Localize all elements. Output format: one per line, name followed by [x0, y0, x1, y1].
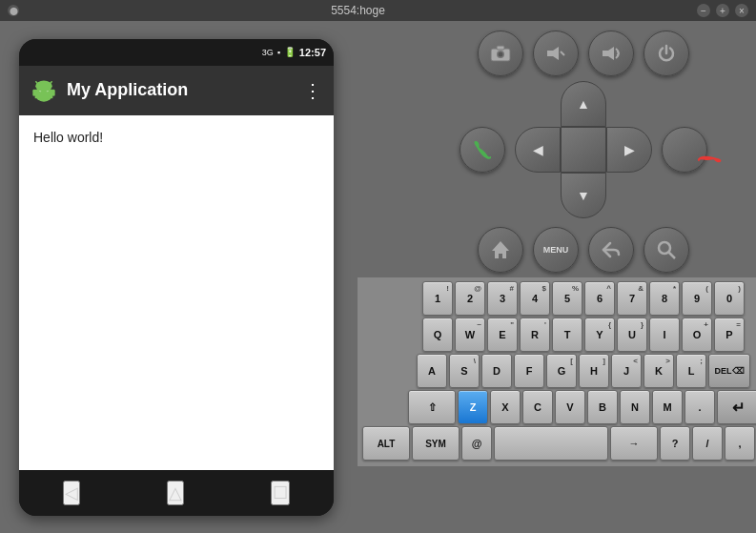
wifi-icon: ▪ [277, 48, 280, 57]
back-nav-button[interactable]: ◁ [63, 481, 80, 505]
key-question[interactable]: ? [660, 426, 690, 461]
screen-content[interactable]: Hello world! [19, 115, 334, 470]
key-2[interactable]: @2 [455, 281, 485, 316]
key-enter[interactable]: ↵ [717, 390, 756, 424]
key-d[interactable]: D [481, 354, 512, 388]
key-t[interactable]: T [552, 318, 582, 352]
keyboard-row-numbers: !1 @2 #3 $4 %5 ^6 &7 *8 (9 )0 [362, 281, 756, 316]
app-title: My Application [67, 80, 294, 100]
key-g[interactable]: [G [546, 354, 577, 388]
search-button[interactable] [644, 227, 689, 273]
phone-emulator: 3G ▪ 🔋 12:57 [0, 21, 353, 533]
keyboard-row-bottom: ALT SYM @ → ? / , ALT [362, 426, 756, 461]
volume-up-button[interactable] [588, 31, 634, 76]
key-r[interactable]: 'R [520, 318, 550, 352]
app-bar: My Application ⋮ [19, 66, 334, 115]
key-period[interactable]: . [684, 390, 715, 424]
battery-icon: 🔋 [284, 47, 296, 57]
key-k[interactable]: >K [644, 354, 674, 388]
minimize-button[interactable]: − [697, 4, 710, 17]
bottom-nav: ◁ △ ☐ [19, 470, 334, 516]
key-sym[interactable]: SYM [412, 426, 460, 461]
keyboard-row-asdf: A \S D F [G ]H <J >K ;L DEL⌫ [362, 354, 756, 388]
svg-rect-7 [52, 89, 55, 95]
key-f[interactable]: F [514, 354, 544, 388]
window-title: 5554:hoge [331, 4, 385, 17]
key-l[interactable]: ;L [676, 354, 706, 388]
key-c[interactable]: C [522, 390, 553, 424]
keyboard-row-zxcvbnm: ⇧ Z X C V B N M . ↵ [362, 390, 756, 424]
end-call-button[interactable] [662, 127, 707, 173]
key-n[interactable]: N [620, 390, 650, 424]
dpad-left-button[interactable]: ◀ [515, 127, 561, 173]
top-control-buttons [478, 31, 689, 76]
key-e[interactable]: "E [487, 318, 518, 352]
key-y[interactable]: {Y [584, 318, 615, 352]
key-s[interactable]: \S [449, 354, 480, 388]
key-8[interactable]: *8 [649, 281, 680, 316]
svg-marker-16 [492, 241, 509, 258]
key-b[interactable]: B [587, 390, 618, 424]
camera-button[interactable] [478, 31, 523, 76]
overflow-menu-icon[interactable]: ⋮ [303, 79, 322, 102]
title-bar: ⬤ 5554:hoge − + × [0, 0, 756, 21]
svg-point-17 [659, 242, 670, 254]
key-space[interactable] [494, 426, 608, 461]
key-o[interactable]: +O [682, 318, 712, 352]
key-i[interactable]: I [649, 318, 680, 352]
key-m[interactable]: M [652, 390, 683, 424]
clock: 12:57 [299, 47, 326, 58]
key-1[interactable]: !1 [422, 281, 453, 316]
key-9[interactable]: (9 [682, 281, 712, 316]
svg-line-14 [561, 51, 564, 55]
dpad-up-button[interactable]: ▲ [561, 81, 606, 127]
bottom-control-buttons: MENU [478, 227, 689, 273]
key-comma[interactable]: , [725, 426, 755, 461]
key-w[interactable]: ~W [455, 318, 485, 352]
key-x[interactable]: X [490, 390, 521, 424]
key-7[interactable]: &7 [617, 281, 647, 316]
maximize-button[interactable]: + [716, 4, 729, 17]
svg-point-8 [35, 80, 52, 92]
key-5[interactable]: %5 [552, 281, 582, 316]
key-q[interactable]: Q [422, 318, 453, 352]
power-button[interactable] [644, 31, 689, 76]
volume-down-button[interactable] [533, 31, 579, 76]
status-bar: 3G ▪ 🔋 12:57 [19, 39, 334, 66]
key-v[interactable]: V [555, 390, 585, 424]
key-u[interactable]: }U [617, 318, 647, 352]
home-nav-button[interactable]: △ [167, 481, 184, 505]
key-alt-left[interactable]: ALT [362, 426, 410, 461]
home-button[interactable] [478, 227, 523, 273]
dpad-down-button[interactable]: ▼ [561, 173, 606, 218]
key-arrow-right[interactable]: → [610, 426, 658, 461]
key-at[interactable]: @ [461, 426, 492, 461]
key-4[interactable]: $4 [520, 281, 550, 316]
svg-point-11 [499, 52, 503, 57]
keyboard-row-qwerty: Q ~W "E 'R T {Y }U I +O =P [362, 318, 756, 352]
key-0[interactable]: )0 [714, 281, 745, 316]
key-z[interactable]: Z [458, 390, 488, 424]
svg-rect-6 [32, 89, 35, 95]
key-3[interactable]: #3 [487, 281, 518, 316]
dpad-center-button[interactable] [561, 127, 606, 173]
keyboard: !1 @2 #3 $4 %5 ^6 &7 *8 (9 )0 Q ~W "E 'R… [358, 277, 756, 466]
key-h[interactable]: ]H [579, 354, 609, 388]
recent-nav-button[interactable]: ☐ [271, 481, 290, 505]
close-button[interactable]: × [735, 4, 748, 17]
key-j[interactable]: <J [611, 354, 642, 388]
svg-marker-13 [547, 47, 559, 60]
key-p[interactable]: =P [714, 318, 745, 352]
key-slash[interactable]: / [692, 426, 723, 461]
call-button[interactable] [460, 127, 505, 173]
menu-button[interactable]: MENU [533, 227, 579, 273]
dpad: ▲ ◀ ▶ ▼ [515, 81, 652, 218]
back-button[interactable] [588, 227, 634, 273]
key-del[interactable]: DEL⌫ [708, 354, 750, 388]
key-6[interactable]: ^6 [584, 281, 615, 316]
svg-line-18 [669, 253, 676, 259]
dpad-right-button[interactable]: ▶ [606, 127, 652, 173]
key-a[interactable]: A [417, 354, 447, 388]
svg-rect-12 [497, 46, 504, 50]
key-shift[interactable]: ⇧ [408, 390, 456, 424]
